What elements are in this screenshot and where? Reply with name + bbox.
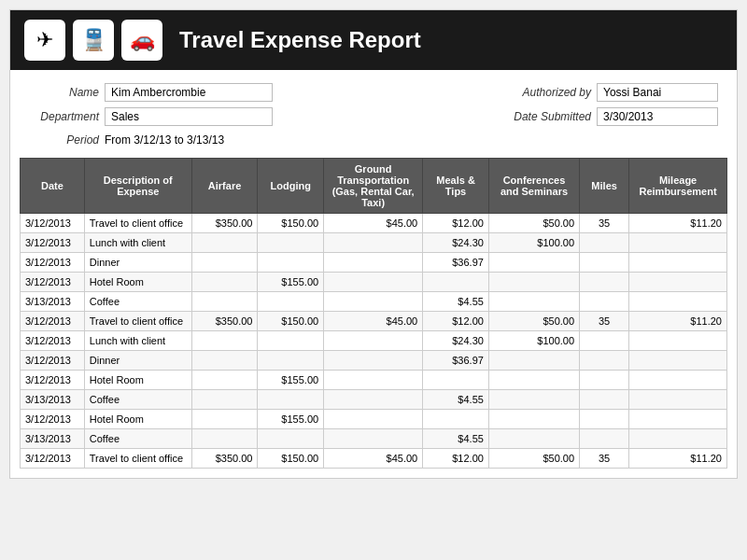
cell-airfare <box>191 292 258 312</box>
cell-airfare: $350.00 <box>191 214 258 233</box>
table-row: 3/12/2013Dinner$36.97 <box>21 351 727 371</box>
table-row: 3/12/2013Dinner$36.97 <box>21 253 727 273</box>
report-container: ✈ 🚆 🚗 Travel Expense Report Name Kim Amb… <box>9 9 738 479</box>
expense-table: Date Description of Expense Airfare Lodg… <box>20 158 727 469</box>
col-header-date: Date <box>21 159 85 214</box>
cell-airfare <box>191 410 258 429</box>
report-header: ✈ 🚆 🚗 Travel Expense Report <box>10 10 737 70</box>
cell-ground <box>324 292 423 312</box>
name-label: Name <box>29 86 99 99</box>
cell-date: 3/12/2013 <box>21 214 85 233</box>
cell-lodging <box>258 292 324 312</box>
cell-airfare <box>191 233 258 253</box>
cell-desc: Coffee <box>84 292 191 312</box>
cell-miles <box>580 390 629 410</box>
cell-miles <box>580 331 629 351</box>
table-row: 3/12/2013Lunch with client$24.30$100.00 <box>21 331 727 351</box>
col-header-miles: Miles <box>580 159 629 214</box>
cell-lodging <box>258 253 324 273</box>
cell-airfare <box>191 390 258 410</box>
cell-date: 3/12/2013 <box>21 331 85 351</box>
cell-meals <box>423 410 489 429</box>
cell-mileage <box>629 371 727 390</box>
period-value: From 3/12/13 to 3/13/13 <box>105 132 224 148</box>
authorized-row: Authorized by Yossi Banai <box>502 83 718 102</box>
cell-date: 3/13/2013 <box>21 390 85 410</box>
col-header-ground: Ground Transportation (Gas, Rental Car, … <box>324 159 423 214</box>
cell-date: 3/12/2013 <box>21 410 85 429</box>
info-right: Authorized by Yossi Banai Date Submitted… <box>502 83 718 126</box>
cell-miles <box>580 292 629 312</box>
cell-desc: Dinner <box>84 253 191 273</box>
department-label: Department <box>29 110 99 123</box>
table-row: 3/12/2013Hotel Room$155.00 <box>21 410 727 429</box>
cell-airfare <box>191 273 258 292</box>
cell-desc: Travel to client office <box>84 449 191 469</box>
cell-lodging <box>258 331 324 351</box>
cell-lodging: $150.00 <box>258 312 324 331</box>
cell-ground: $45.00 <box>324 312 423 331</box>
table-row: 3/12/2013Hotel Room$155.00 <box>21 273 727 292</box>
cell-date: 3/13/2013 <box>21 292 85 312</box>
cell-meals: $4.55 <box>423 292 489 312</box>
cell-conf: $100.00 <box>488 233 579 253</box>
cell-desc: Coffee <box>84 390 191 410</box>
cell-mileage: $11.20 <box>629 449 727 469</box>
cell-ground <box>324 331 423 351</box>
col-header-desc: Description of Expense <box>84 159 191 214</box>
cell-meals: $12.00 <box>423 214 489 233</box>
cell-meals <box>423 371 489 390</box>
cell-mileage <box>629 331 727 351</box>
cell-airfare <box>191 331 258 351</box>
cell-desc: Hotel Room <box>84 410 191 429</box>
cell-conf <box>488 371 579 390</box>
cell-conf: $50.00 <box>488 312 579 331</box>
cell-miles: 35 <box>580 312 629 331</box>
cell-lodging <box>258 351 324 371</box>
cell-mileage <box>629 351 727 371</box>
cell-conf <box>488 429 579 449</box>
cell-mileage <box>629 253 727 273</box>
cell-miles: 35 <box>580 214 629 233</box>
cell-date: 3/12/2013 <box>21 371 85 390</box>
cell-lodging: $150.00 <box>258 214 324 233</box>
table-row: 3/12/2013Travel to client office$350.00$… <box>21 214 727 233</box>
col-header-lodging: Lodging <box>258 159 324 214</box>
table-row: 3/13/2013Coffee$4.55 <box>21 292 727 312</box>
cell-conf <box>488 273 579 292</box>
table-row: 3/13/2013Coffee$4.55 <box>21 390 727 410</box>
cell-airfare: $350.00 <box>191 312 258 331</box>
cell-desc: Hotel Room <box>84 371 191 390</box>
cell-miles <box>580 273 629 292</box>
cell-lodging: $155.00 <box>258 371 324 390</box>
cell-ground <box>324 273 423 292</box>
cell-desc: Coffee <box>84 429 191 449</box>
cell-meals: $4.55 <box>423 429 489 449</box>
info-section: Name Kim Ambercrombie Department Sales P… <box>10 70 737 158</box>
cell-lodging <box>258 390 324 410</box>
cell-ground <box>324 429 423 449</box>
airplane-icon: ✈ <box>24 20 65 61</box>
cell-conf <box>488 292 579 312</box>
cell-desc: Lunch with client <box>84 233 191 253</box>
date-submitted-value: 3/30/2013 <box>597 107 718 126</box>
cell-airfare <box>191 253 258 273</box>
col-header-meals: Meals & Tips <box>423 159 489 214</box>
cell-miles: 35 <box>580 449 629 469</box>
table-row: 3/12/2013Travel to client office$350.00$… <box>21 449 727 469</box>
cell-lodging: $155.00 <box>258 273 324 292</box>
car-icon: 🚗 <box>121 20 162 61</box>
department-value: Sales <box>105 107 273 126</box>
cell-mileage: $11.20 <box>629 214 727 233</box>
cell-conf <box>488 390 579 410</box>
cell-airfare <box>191 351 258 371</box>
cell-lodging: $155.00 <box>258 410 324 429</box>
cell-miles <box>580 253 629 273</box>
cell-miles <box>580 429 629 449</box>
cell-miles <box>580 371 629 390</box>
date-submitted-label: Date Submitted <box>502 110 591 123</box>
cell-mileage <box>629 233 727 253</box>
table-row: 3/12/2013Hotel Room$155.00 <box>21 371 727 390</box>
authorized-value: Yossi Banai <box>597 83 718 102</box>
col-header-mileage: Mileage Reimbursement <box>629 159 727 214</box>
